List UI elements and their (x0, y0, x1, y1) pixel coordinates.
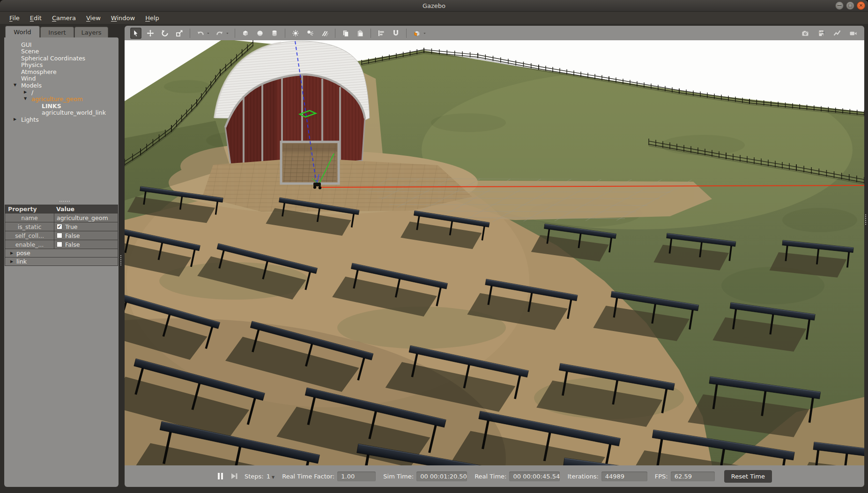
steps-dropdown-icon[interactable]: ▼ (272, 475, 274, 479)
real-time-factor-field[interactable]: 1.00 (337, 471, 376, 481)
copy-button[interactable] (340, 28, 351, 39)
property-row-link[interactable]: ▶link (5, 258, 118, 265)
property-row-name[interactable]: nameagriculture_geom (5, 213, 118, 222)
tree-item-spherical-coordinates[interactable]: Spherical Coordinates (4, 54, 119, 61)
property-row-enable[interactable]: enable_...False (5, 240, 118, 249)
window-controls: — ▢ ✕ (835, 1, 865, 10)
box-button[interactable] (240, 28, 251, 39)
tree-item-agriculture-world-link[interactable]: agriculture_world_link (4, 109, 119, 116)
steps-label: Steps: (245, 473, 264, 480)
menu-file[interactable]: File (5, 13, 24, 23)
tab-layers[interactable]: Layers (74, 27, 108, 37)
collapse-arrow-icon[interactable]: ▼ (14, 83, 16, 87)
right-splitter-handle[interactable] (865, 214, 866, 225)
tree-item-lights[interactable]: ▶Lights (4, 116, 119, 123)
video-record-button[interactable] (847, 28, 859, 39)
expand-arrow-icon[interactable]: ▶ (10, 259, 13, 264)
expand-arrow-icon[interactable]: ▶ (10, 251, 13, 255)
tree-item-gui[interactable]: GUI (4, 41, 119, 48)
expand-arrow-icon[interactable]: ▶ (24, 90, 27, 94)
real-time-field[interactable]: 00 00:00:45.544 (509, 471, 560, 481)
iterations-field[interactable]: 44989 (601, 471, 647, 481)
checked-checkbox[interactable]: ✔ (57, 224, 62, 229)
property-row-is-static[interactable]: is_static✔True (5, 222, 118, 231)
directional-light-button[interactable] (319, 28, 330, 39)
rotate-button[interactable] (159, 28, 171, 39)
tab-insert[interactable]: Insert (40, 27, 74, 37)
expand-arrow-icon[interactable]: ▶ (14, 117, 16, 121)
select-button[interactable] (130, 28, 141, 39)
view-angle-button[interactable] (411, 28, 423, 39)
render-area[interactable] (125, 40, 864, 465)
spot-light-button[interactable] (304, 28, 316, 39)
real-time-label: Real Time: (475, 473, 506, 480)
sphere-button[interactable] (254, 28, 266, 39)
cylinder-button[interactable] (269, 28, 280, 39)
redo-button[interactable] (214, 28, 225, 39)
tab-world[interactable]: World (5, 26, 40, 37)
plot-icon (833, 29, 841, 37)
property-row-pose[interactable]: ▶pose (5, 249, 118, 257)
step-button[interactable] (230, 472, 238, 480)
view-angle-menu-button[interactable] (423, 28, 427, 39)
tree-item-label: Lights (21, 116, 39, 123)
side-panel: World Insert Layers GUISceneSpherical Co… (4, 26, 119, 487)
maximize-button[interactable]: ▢ (846, 1, 854, 10)
log-record-button[interactable]: LOG (816, 28, 827, 39)
tree-item-wind[interactable]: Wind (4, 75, 119, 82)
close-button[interactable]: ✕ (857, 1, 865, 10)
paste-button[interactable] (355, 28, 366, 39)
panel-splitter-handle[interactable] (59, 201, 70, 202)
pause-button[interactable] (217, 472, 224, 480)
unchecked-checkbox[interactable] (57, 233, 62, 238)
point-light-button[interactable] (290, 28, 301, 39)
plot-button[interactable] (831, 28, 843, 39)
steps-value[interactable]: 1 (267, 473, 270, 480)
menu-help[interactable]: Help (141, 13, 164, 23)
tree-item-label: / (31, 89, 33, 96)
unchecked-checkbox[interactable] (57, 242, 62, 247)
menu-camera[interactable]: Camera (47, 13, 81, 23)
snap-button[interactable] (390, 28, 401, 39)
tree-item-label: Physics (21, 61, 43, 68)
tree-item-physics[interactable]: Physics (4, 61, 119, 68)
translate-icon (146, 29, 155, 37)
scale-button[interactable] (174, 28, 185, 39)
tree-item-links[interactable]: LINKS (4, 102, 119, 109)
collapse-arrow-icon[interactable]: ▼ (24, 96, 27, 101)
menu-bar: FileEditCameraViewWindowHelp (0, 12, 868, 24)
tab-world-label: World (14, 29, 31, 36)
left-splitter-handle[interactable] (120, 255, 121, 265)
value-column-header: Value (54, 205, 118, 213)
spot-light-icon (306, 29, 314, 37)
copy-icon (341, 29, 350, 37)
cylinder-icon (270, 29, 279, 37)
redo-menu-button[interactable] (225, 28, 230, 39)
tree-item-atmosphere[interactable]: Atmosphere (4, 68, 119, 75)
translate-button[interactable] (145, 28, 156, 39)
tree-item-agriculture-geom[interactable]: ▼agriculture_geom (4, 96, 119, 103)
menu-view[interactable]: View (82, 13, 105, 23)
property-row-self-coll[interactable]: self_coll...False (5, 231, 118, 240)
tree-item-models[interactable]: ▼Models (4, 82, 119, 89)
sim-time-field[interactable]: 00 00:01:20.504 (416, 471, 467, 481)
menu-edit[interactable]: Edit (25, 13, 46, 23)
screenshot-button[interactable] (800, 28, 811, 39)
property-name: link (16, 258, 27, 265)
tree-item-scene[interactable]: Scene (4, 48, 119, 55)
align-tool-button[interactable] (376, 28, 387, 39)
tree-item-label: Spherical Coordinates (21, 55, 85, 62)
undo-menu-button[interactable] (206, 28, 211, 39)
tree-item-label: agriculture_world_link (42, 109, 106, 116)
property-column-header: Property (5, 206, 54, 213)
minimize-button[interactable]: — (835, 1, 844, 10)
toolbar-right-group: LOG (800, 28, 859, 39)
tree-item-slash[interactable]: ▶/ (4, 88, 119, 96)
title-bar[interactable]: Gazebo — ▢ ✕ (0, 0, 868, 12)
undo-button[interactable] (195, 28, 206, 39)
menu-window[interactable]: Window (106, 13, 140, 23)
screenshot-icon (801, 29, 809, 37)
directional-light-icon (320, 29, 329, 37)
fps-field[interactable]: 62.59 (671, 471, 715, 481)
reset-time-button[interactable]: Reset Time (724, 470, 772, 483)
